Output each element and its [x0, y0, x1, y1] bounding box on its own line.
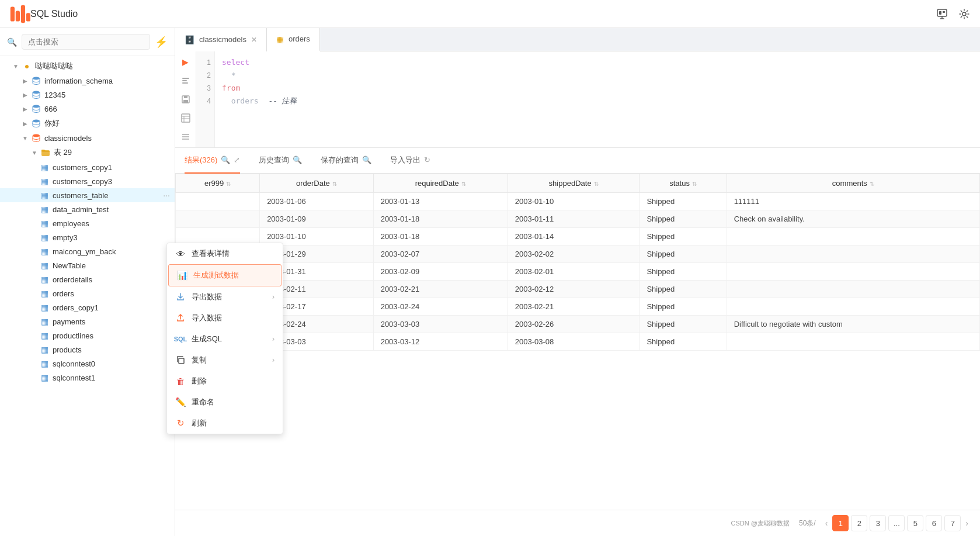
table-row[interactable]: 2003-01-062003-01-132003-01-10Shipped111…	[176, 193, 980, 210]
ctx-gen-sql[interactable]: SQL 生成SQL ›	[167, 328, 283, 350]
col-header-orderdate[interactable]: orderDate⇅	[260, 174, 374, 193]
page-btn-2[interactable]: 2	[851, 515, 867, 531]
tree-arrow-root: ▼	[12, 62, 20, 70]
tab-results[interactable]: 结果(326) 🔍 ⤢	[185, 148, 240, 174]
table-row[interactable]: 2003-02-242003-03-032003-02-26ShippedDif…	[176, 316, 980, 333]
col-header-shippeddate[interactable]: shippedDate⇅	[508, 174, 640, 193]
table-row[interactable]: 2003-01-092003-01-182003-01-11ShippedChe…	[176, 210, 980, 228]
ctx-view-detail[interactable]: 👁 查看表详情	[167, 243, 283, 264]
pagination: CSDN @麦聪聊数据 50条/ ‹ 1 2 3 ... 5 6 7 ›	[175, 510, 980, 536]
table-row[interactable]: 2003-02-172003-02-242003-02-21Shipped	[176, 298, 980, 316]
expand-icon[interactable]: ⤢	[234, 155, 240, 164]
ctx-gen-sql-label: 生成SQL	[192, 334, 222, 344]
ctx-refresh[interactable]: ↻ 刷新	[167, 413, 283, 434]
prev-page-btn[interactable]: ‹	[823, 518, 830, 528]
sidebar-item-data-admin-test[interactable]: ▦ data_admin_test	[0, 202, 175, 216]
tab-close-icon[interactable]: ✕	[251, 36, 257, 44]
sidebar-item-label: products	[53, 345, 170, 354]
cell-shippedDate: 2003-02-01	[508, 263, 640, 281]
refresh-icon[interactable]: ↻	[424, 155, 430, 164]
sidebar-item-666[interactable]: ▶ 666	[0, 102, 175, 116]
sidebar-item-sqlconntest0[interactable]: ▦ sqlconntest0	[0, 357, 175, 371]
tab-saved[interactable]: 保存的查询 🔍	[321, 148, 371, 174]
table-row[interactable]: 2003-01-292003-02-072003-02-02Shipped	[176, 245, 980, 263]
page-btn-6[interactable]: 6	[926, 515, 942, 531]
tab-history[interactable]: 历史查询 🔍	[259, 148, 302, 174]
sidebar-item-information_schema[interactable]: ▶ information_schema	[0, 74, 175, 88]
table-row[interactable]: 2003-03-032003-03-122003-03-08Shipped	[176, 333, 980, 351]
ctx-rename[interactable]: ✏️ 重命名	[167, 392, 283, 413]
sidebar-item-label: data_admin_test	[53, 205, 170, 214]
table-icon: ▦	[40, 162, 49, 172]
table-icon: ▦	[40, 331, 49, 340]
col-header-requireddate[interactable]: requiredDate⇅	[373, 174, 508, 193]
save-button[interactable]	[179, 92, 193, 106]
list-button[interactable]	[179, 130, 193, 144]
sidebar-item-root[interactable]: ▼ ● 哒哒哒哒哒	[0, 58, 175, 74]
tab-orders[interactable]: ▦ orders	[267, 28, 320, 51]
sidebar-item-12345[interactable]: ▶ 12345	[0, 88, 175, 102]
table-row[interactable]: 2003-01-312003-02-092003-02-01Shipped	[176, 263, 980, 281]
cell-shippedDate: 2003-02-02	[508, 245, 640, 263]
table-view-button[interactable]	[179, 111, 193, 125]
col-header-status[interactable]: status⇅	[640, 174, 727, 193]
search-icon[interactable]: 🔍	[221, 155, 230, 164]
bar-chart-icon: 📊	[177, 270, 187, 281]
submenu-arrow: ›	[272, 293, 274, 301]
page-btn-1[interactable]: 1	[832, 515, 849, 531]
sidebar-item-empty3[interactable]: ▦ empty3	[0, 230, 175, 244]
tab-history-label: 历史查询	[259, 155, 289, 165]
search-icon[interactable]: 🔍	[362, 155, 371, 164]
sidebar-item-products[interactable]: ▦ products	[0, 343, 175, 357]
sidebar-item-customers-table[interactable]: ▦ customers_table ···	[0, 188, 175, 202]
sidebar-item-productlines[interactable]: ▦ productlines	[0, 328, 175, 343]
ctx-gen-test-data[interactable]: 📊 生成测试数据	[168, 264, 282, 286]
sidebar-item-orderdetails[interactable]: ▦ orderdetails	[0, 272, 175, 286]
code-line-3: from	[222, 82, 973, 95]
context-menu[interactable]: 👁 查看表详情 📊 生成测试数据 导出数据 › 导入数据	[166, 243, 283, 434]
sidebar-item-orders[interactable]: ▦ orders	[0, 286, 175, 300]
monitor-icon[interactable]	[936, 8, 948, 20]
sidebar-item-sqlconntest1[interactable]: ▦ sqlconntest1	[0, 371, 175, 385]
more-icon[interactable]: ···	[163, 191, 170, 200]
sidebar-item-maicong[interactable]: ▦ maicong_ym_back	[0, 244, 175, 258]
sidebar-item-customers-copy3[interactable]: ▦ customers_copy3	[0, 174, 175, 188]
table-row[interactable]: 2003-01-102003-01-182003-01-14Shipped	[176, 228, 980, 245]
tab-classicmodels[interactable]: 🗄️ classicmodels ✕	[175, 28, 267, 51]
search-icon: 🔍	[7, 37, 17, 47]
col-header-order999[interactable]: er999⇅	[176, 174, 260, 193]
sidebar-item-nihao[interactable]: ▶ 你好	[0, 116, 175, 131]
next-page-btn[interactable]: ›	[963, 518, 971, 528]
sidebar-item-employees[interactable]: ▦ employees	[0, 216, 175, 230]
ctx-import-data[interactable]: 导入数据	[167, 307, 283, 328]
table-row[interactable]: 2003-02-112003-02-212003-02-12Shipped	[176, 281, 980, 298]
result-table-wrap: er999⇅ orderDate⇅ requiredDate⇅ shippedD…	[175, 174, 980, 510]
ctx-refresh-label: 刷新	[192, 418, 207, 428]
format-button[interactable]	[179, 74, 193, 88]
ctx-rename-label: 重命名	[192, 397, 214, 407]
ctx-copy[interactable]: 复制 ›	[167, 350, 283, 371]
code-editor[interactable]: select * from orders -- 注释	[215, 51, 980, 147]
ctx-delete[interactable]: 🗑 删除	[167, 371, 283, 392]
ctx-export-data[interactable]: 导出数据 ›	[167, 286, 283, 307]
tab-import-export[interactable]: 导入导出 ↻	[390, 148, 430, 174]
search-input[interactable]	[22, 34, 150, 50]
page-size-info: 50条/	[799, 518, 816, 528]
sidebar-item-payments[interactable]: ▦ payments	[0, 314, 175, 328]
sidebar-item-orders-copy1[interactable]: ▦ orders_copy1	[0, 300, 175, 314]
page-btn-3[interactable]: 3	[870, 515, 886, 531]
sidebar-item-customers-copy1[interactable]: ▦ customers_copy1	[0, 160, 175, 174]
sidebar-item-classicmodels[interactable]: ▼ classicmodels	[0, 131, 175, 145]
settings-icon[interactable]	[958, 8, 971, 20]
page-btn-7[interactable]: 7	[944, 515, 961, 531]
run-button[interactable]: ▶	[179, 55, 193, 69]
lightning-icon[interactable]: ⚡	[155, 36, 168, 49]
svg-point-12	[33, 134, 40, 137]
sidebar-item-newtable[interactable]: ▦ NewTable	[0, 258, 175, 272]
sidebar-item-tables-group[interactable]: ▼ 表 29	[0, 145, 175, 160]
page-btn-5[interactable]: 5	[907, 515, 923, 531]
col-header-comments[interactable]: comments⇅	[727, 174, 979, 193]
tab-import-export-label: 导入导出	[390, 155, 421, 165]
search-icon[interactable]: 🔍	[293, 155, 302, 164]
cell-comments	[727, 298, 979, 316]
